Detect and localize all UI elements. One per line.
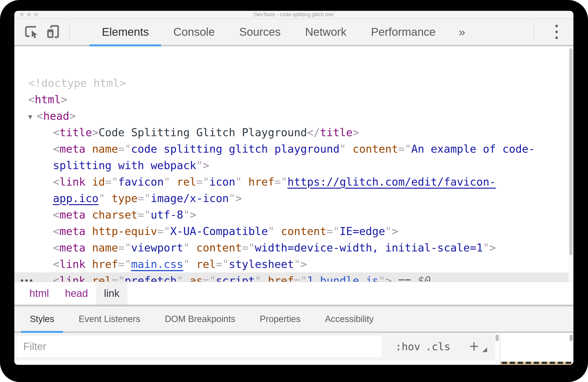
sidebar-tab-dom-breakpoints[interactable]: DOM Breakpoints — [156, 306, 244, 331]
tab-performance[interactable]: Performance — [359, 19, 448, 45]
toolbar-separator-right — [534, 23, 534, 41]
code-token-punct: " — [379, 274, 385, 282]
code-token-attr: rel — [85, 274, 111, 282]
code-token-tag: title — [320, 126, 353, 139]
new-style-rule-button[interactable]: + — [463, 333, 491, 360]
dom-tree-node[interactable]: <title>Code Splitting Glitch Playground<… — [14, 124, 573, 141]
toggle-device-toolbar-button[interactable] — [46, 24, 61, 40]
code-token-link2[interactable]: 1.bundle.js — [307, 274, 379, 282]
dom-tree-node[interactable]: •••<link rel="prefetch" as="script" href… — [14, 272, 573, 282]
code-token-bracket: < — [53, 208, 60, 221]
window-title: DevTools - code-splitting.glitch.me/ — [14, 11, 573, 18]
breadcrumb-item-html[interactable]: html — [21, 282, 57, 305]
code-token-value: An example of code- — [411, 143, 535, 155]
second-pane-scrollbar-thumb[interactable] — [570, 335, 573, 341]
dom-tree-node[interactable]: <link id="favicon" rel="icon" href="http… — [14, 174, 573, 190]
sidebar-tabs: StylesEvent ListenersDOM BreakpointsProp… — [14, 306, 573, 333]
code-token-attr: name — [85, 241, 118, 254]
inspect-cursor-icon — [24, 24, 39, 40]
code-token-value: icon — [209, 175, 235, 188]
inspect-element-button[interactable] — [24, 24, 39, 40]
dom-tree-node[interactable]: ▼<head> — [14, 108, 573, 124]
code-token-bracket: > — [61, 93, 67, 106]
code-token-punct: =" — [138, 208, 150, 221]
code-token-bracket: < — [53, 258, 60, 271]
code-token-bracket: < — [53, 143, 60, 155]
code-token-attr: http-equiv — [85, 225, 157, 237]
dom-tree-node[interactable]: <link href="main.css" rel="stylesheet"> — [14, 256, 573, 272]
code-token-bracket: < — [37, 110, 43, 122]
code-token-punct: =" — [196, 175, 209, 188]
kebab-dot — [555, 31, 558, 33]
code-token-doctype: <!doctype html> — [28, 77, 126, 89]
styles-sidebar-second-pane — [500, 333, 573, 365]
code-token-punct: =" — [138, 192, 150, 205]
dom-tree-node[interactable]: <!doctype html> — [14, 75, 573, 91]
code-token-link[interactable]: https://glitch.com/edit/favicon- — [287, 175, 496, 188]
styles-scrollbar[interactable] — [495, 333, 500, 365]
code-token-link2[interactable]: main.css — [131, 258, 183, 271]
code-token-link[interactable]: app.ico — [53, 192, 99, 205]
dom-tree-node[interactable]: <meta name="viewport" content="width=dev… — [14, 239, 573, 256]
elements-scrollbar[interactable] — [568, 46, 573, 282]
code-token-text: Code Splitting Glitch Playground — [99, 126, 307, 139]
element-classes-button[interactable]: .cls — [425, 333, 450, 360]
dom-tree-node[interactable]: splitting with webpack"> — [14, 157, 573, 174]
code-token-attr: href — [261, 274, 294, 282]
devtools-toolbar: ElementsConsoleSourcesNetworkPerformance… — [14, 19, 573, 46]
code-token-eq: == — [392, 274, 418, 282]
expander-arrow-icon[interactable]: ▼ — [28, 109, 37, 125]
sidebar-tab-properties[interactable]: Properties — [251, 306, 309, 331]
code-token-punct: " — [183, 208, 190, 221]
code-token-bracket: < — [28, 93, 35, 106]
breadcrumb-item-head[interactable]: head — [57, 282, 96, 305]
code-token-value: stylesheet — [229, 258, 294, 271]
styles-panel: :hov .cls + — [14, 333, 573, 365]
code-token-punct: =" — [118, 241, 131, 254]
elements-scrollbar-thumb[interactable] — [569, 48, 572, 255]
code-token-punct: " — [99, 192, 105, 205]
sidebar-tab-accessibility[interactable]: Accessibility — [316, 306, 383, 331]
code-token-attr: charset — [85, 208, 138, 221]
code-token-punct: " — [483, 241, 489, 254]
code-token-value: IE=edge — [340, 225, 385, 237]
styles-scrollbar-thumb[interactable] — [496, 335, 499, 341]
code-token-attr: name — [85, 143, 118, 155]
tab-elements[interactable]: Elements — [90, 19, 161, 45]
code-token-bracket: > — [203, 159, 209, 172]
dom-tree-node[interactable]: <html> — [14, 91, 573, 108]
code-token-bracket: < — [53, 274, 60, 282]
code-token-tag: link — [60, 175, 86, 188]
code-token-bracket: </ — [307, 126, 320, 139]
dom-tree-node[interactable]: app.ico" type="image/x-icon"> — [14, 190, 573, 207]
code-token-tag: meta — [60, 225, 86, 237]
code-token-punct: " — [340, 143, 346, 155]
tab-console[interactable]: Console — [161, 19, 227, 45]
dom-tree-node[interactable]: <meta name="code splitting glitch playgr… — [14, 141, 573, 157]
styles-filter-input[interactable] — [17, 336, 382, 357]
sidebar-tab-event-listeners[interactable]: Event Listeners — [70, 306, 149, 331]
code-token-punct: =" — [216, 258, 229, 271]
code-token-attr: as — [183, 274, 203, 282]
code-token-punct: " — [196, 159, 203, 172]
customize-devtools-menu-button[interactable] — [543, 25, 570, 39]
code-token-value: viewport — [131, 241, 183, 254]
elements-tree-panel: <!doctype html><html>▼<head><title>Code … — [14, 46, 573, 282]
code-token-punct: " — [268, 225, 274, 237]
code-token-bracket: > — [235, 192, 242, 205]
more-tabs-button[interactable]: » — [448, 25, 476, 39]
code-token-value: utf-8 — [150, 208, 183, 221]
breadcrumb-item-link[interactable]: link — [96, 282, 127, 305]
code-token-punct: " — [385, 225, 392, 237]
sidebar-tab-styles[interactable]: Styles — [21, 306, 63, 331]
dom-tree-node[interactable]: <meta http-equiv="X-UA-Compatible" conte… — [14, 223, 573, 239]
code-token-punct: " — [255, 274, 262, 282]
dom-tree-node[interactable]: <meta charset="utf-8"> — [14, 207, 573, 223]
dom-tree: <!doctype html><html>▼<head><title>Code … — [14, 75, 573, 282]
element-highlight-dashed-border — [500, 361, 572, 365]
code-token-bracket: > — [392, 225, 398, 237]
tab-sources[interactable]: Sources — [227, 19, 293, 45]
tab-network[interactable]: Network — [293, 19, 359, 45]
toggle-element-state-button[interactable]: :hov — [395, 333, 420, 360]
code-token-punct: " — [183, 241, 190, 254]
